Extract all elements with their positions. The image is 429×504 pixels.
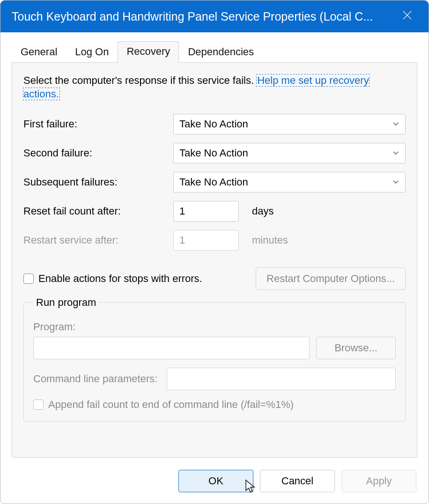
chevron-down-icon	[392, 176, 399, 188]
select-subsequent-failures[interactable]: Take No Action	[173, 172, 406, 193]
tab-bar: General Log On Recovery Dependencies	[0, 32, 429, 62]
intro-plain: Select the computer's response if this s…	[23, 74, 257, 86]
row-enable-actions: Enable actions for stops with errors. Re…	[23, 267, 406, 290]
row-append-fail: Append fail count to end of command line…	[33, 399, 396, 411]
unit-minutes: minutes	[252, 234, 288, 246]
title-bar: Touch Keyboard and Handwriting Panel Ser…	[0, 0, 429, 32]
label-subsequent-failures: Subsequent failures:	[23, 176, 173, 188]
label-restart-service: Restart service after:	[23, 234, 173, 246]
input-restart-service	[173, 230, 239, 251]
cancel-button[interactable]: Cancel	[260, 470, 335, 492]
window-title: Touch Keyboard and Handwriting Panel Ser…	[12, 10, 393, 23]
select-first-failure-value: Take No Action	[179, 118, 248, 130]
legend-run-program: Run program	[33, 296, 99, 309]
chevron-down-icon	[392, 118, 399, 130]
label-program: Program:	[33, 321, 396, 333]
tab-general[interactable]: General	[12, 42, 66, 63]
unit-days: days	[252, 205, 274, 217]
input-reset-fail-count[interactable]	[173, 201, 239, 222]
close-button[interactable]	[393, 3, 421, 30]
select-subsequent-failures-value: Take No Action	[179, 176, 248, 188]
select-second-failure[interactable]: Take No Action	[173, 143, 406, 163]
browse-button: Browse...	[316, 337, 396, 359]
row-reset-fail-count: Reset fail count after: days	[23, 201, 406, 222]
label-reset-fail-count: Reset fail count after:	[23, 205, 173, 217]
label-enable-actions: Enable actions for stops with errors.	[38, 273, 202, 285]
recovery-panel: Select the computer's response if this s…	[12, 62, 417, 458]
row-first-failure: First failure: Take No Action	[23, 114, 406, 134]
checkbox-enable-actions[interactable]	[23, 274, 34, 284]
label-second-failure: Second failure:	[23, 147, 173, 159]
fieldset-run-program: Run program Program: Browse... Command l…	[23, 302, 406, 422]
row-subsequent-failures: Subsequent failures: Take No Action	[23, 172, 406, 193]
select-second-failure-value: Take No Action	[179, 147, 248, 159]
checkbox-append-fail	[33, 400, 44, 410]
restart-computer-options-button: Restart Computer Options...	[256, 267, 406, 290]
tab-recovery[interactable]: Recovery	[118, 41, 179, 63]
label-cmd-params: Command line parameters:	[33, 373, 157, 385]
select-first-failure[interactable]: Take No Action	[173, 114, 406, 134]
chevron-down-icon	[392, 147, 399, 159]
label-first-failure: First failure:	[23, 118, 173, 130]
intro-text: Select the computer's response if this s…	[23, 74, 406, 101]
label-append-fail: Append fail count to end of command line…	[48, 399, 294, 411]
apply-button: Apply	[341, 470, 416, 492]
close-icon	[402, 10, 413, 23]
row-second-failure: Second failure: Take No Action	[23, 143, 406, 163]
tab-logon[interactable]: Log On	[66, 42, 118, 63]
ok-button[interactable]: OK	[178, 470, 253, 492]
row-restart-service: Restart service after: minutes	[23, 230, 406, 251]
tab-dependencies[interactable]: Dependencies	[179, 42, 263, 63]
dialog-footer: OK Cancel Apply	[0, 463, 429, 504]
input-program	[33, 337, 310, 359]
input-cmd-params	[167, 368, 396, 390]
